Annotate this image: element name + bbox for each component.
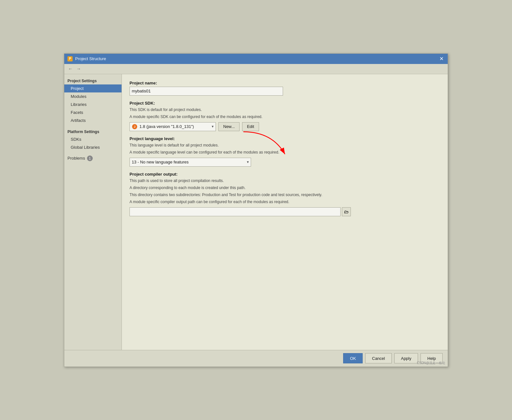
sidebar-item-artifacts[interactable]: Artifacts [64, 116, 122, 124]
back-button[interactable]: ← [67, 65, 74, 72]
compiler-output-input[interactable] [130, 207, 341, 216]
sdk-new-button[interactable]: New... [218, 122, 240, 131]
apply-button[interactable]: Apply [394, 353, 418, 363]
java-icon: J [132, 124, 138, 130]
sidebar-item-facets[interactable]: Facets [64, 108, 122, 116]
project-name-label: Project name: [130, 81, 440, 85]
problems-badge: 1 [87, 155, 93, 161]
title-bar-left: P Project Structure [67, 56, 106, 61]
sidebar-item-sdks[interactable]: SDKs [64, 135, 122, 143]
forward-button[interactable]: → [75, 65, 82, 72]
project-sdk-section: Project SDK: This SDK is default for all… [130, 101, 440, 131]
window-title: Project Structure [75, 56, 106, 61]
platform-settings-section-label: Platform Settings [64, 128, 122, 135]
problems-label: Problems [67, 156, 85, 161]
folder-icon: 🗁 [344, 209, 349, 214]
watermark: CSDN@流走一格论 [417, 361, 445, 365]
footer: OK Cancel Apply Help [64, 350, 448, 367]
project-compiler-label: Project compiler output: [130, 172, 440, 177]
language-level-dropdown[interactable]: 13 - No new language features ▼ [130, 158, 251, 167]
sdk-value: 1.8 (java version "1.8.0_131") [139, 124, 211, 129]
compiler-desc3: This directory contains two subdirectori… [130, 192, 440, 198]
sdk-edit-button[interactable]: Edit [242, 122, 259, 131]
compiler-desc2: A directory corresponding to each module… [130, 185, 440, 191]
nav-bar: ← → [64, 64, 448, 74]
project-sdk-desc1: This SDK is default for all project modu… [130, 107, 440, 113]
language-level-value: 13 - No new language features [132, 160, 246, 164]
cancel-button[interactable]: Cancel [365, 353, 391, 363]
sdk-dropdown-arrow: ▼ [211, 125, 214, 128]
lang-dropdown-arrow: ▼ [246, 160, 249, 164]
folder-browse-button[interactable]: 🗁 [342, 207, 351, 216]
sidebar-item-modules[interactable]: Modules [64, 92, 122, 100]
sidebar-item-problems[interactable]: Problems 1 [64, 154, 122, 163]
sidebar-item-project[interactable]: Project [64, 84, 122, 92]
project-language-section: Project language level: This language le… [130, 136, 440, 167]
ok-button[interactable]: OK [343, 353, 363, 363]
sidebar: Project Settings Project Modules Librari… [64, 74, 122, 350]
compiler-output-row: 🗁 [130, 207, 440, 216]
compiler-desc4: A module specific compiler output path c… [130, 199, 440, 205]
app-icon: P [67, 56, 73, 61]
title-bar: P Project Structure ✕ [64, 54, 448, 64]
project-compiler-section: Project compiler output: This path is us… [130, 172, 440, 216]
project-name-input[interactable] [130, 87, 283, 96]
project-language-label: Project language level: [130, 136, 440, 141]
compiler-desc1: This path is used to store all project c… [130, 178, 440, 184]
sidebar-item-global-libraries[interactable]: Global Libraries [64, 143, 122, 151]
project-sdk-desc2: A module specific SDK can be configured … [130, 114, 440, 120]
close-button[interactable]: ✕ [438, 56, 445, 62]
sdk-row: J 1.8 (java version "1.8.0_131") ▼ New..… [130, 122, 440, 131]
sdk-dropdown[interactable]: J 1.8 (java version "1.8.0_131") ▼ [130, 122, 216, 131]
project-language-desc2: A module specific language level can be … [130, 149, 440, 155]
project-sdk-label: Project SDK: [130, 101, 440, 106]
sidebar-item-libraries[interactable]: Libraries [64, 100, 122, 108]
project-language-desc1: This language level is default for all p… [130, 142, 440, 148]
project-name-group: Project name: [130, 81, 440, 96]
project-structure-dialog: P Project Structure ✕ ← → Project Settin… [64, 53, 448, 367]
content-area: Project Settings Project Modules Librari… [64, 74, 448, 350]
main-panel: Project name: Project SDK: This SDK is d… [122, 74, 448, 350]
project-settings-section-label: Project Settings [64, 77, 122, 84]
